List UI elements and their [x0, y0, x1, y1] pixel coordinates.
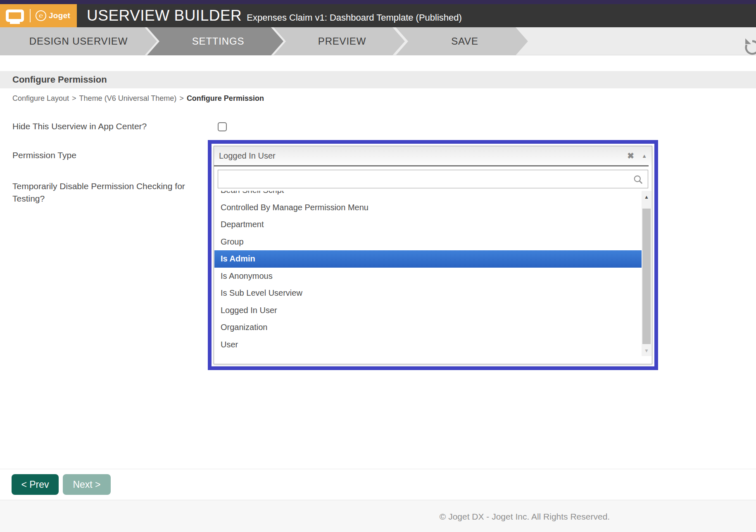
dropdown-option[interactable]: Organization [214, 319, 642, 336]
dropdown-option[interactable]: Is Anonymous [214, 268, 642, 285]
section-bar: Configure Permission [0, 71, 756, 88]
tab-strip: DESIGN USERVIEW SETTINGS PREVIEW SAVE [0, 27, 756, 55]
tab-preview[interactable]: PREVIEW [273, 27, 405, 55]
top-accent-strip [0, 0, 756, 4]
dropdown-selected-value: Logged In User [219, 151, 627, 161]
logo-block[interactable]: ℮ Joget [0, 4, 77, 27]
scrollbar-thumb[interactable] [642, 209, 651, 344]
joget-brand-text: Joget [49, 11, 70, 20]
logo-divider [30, 9, 31, 22]
dropdown-list: Bean Shell Script Controlled By Manage P… [214, 191, 651, 364]
builder-title: USERVIEW BUILDER [87, 7, 242, 24]
dropdown-scrollbar[interactable]: ▲ ▼ [642, 191, 651, 356]
dropdown-search-input[interactable] [218, 170, 648, 188]
dropdown-option[interactable]: Controlled By Manage Permission Menu [214, 199, 642, 216]
dropdown-option[interactable]: Is Sub Level Userview [214, 285, 642, 302]
monitor-icon [6, 10, 24, 22]
breadcrumb-configure-layout[interactable]: Configure Layout [12, 94, 69, 102]
tab-design-userview[interactable]: DESIGN USERVIEW [0, 27, 157, 55]
dropdown-options: Bean Shell Script Controlled By Manage P… [214, 191, 642, 353]
hide-userview-checkbox[interactable] [218, 122, 227, 131]
button-bar: < Prev Next > [0, 469, 756, 500]
dropdown-panel: Logged In User ✖ ▲ Bean Shell Script Con… [214, 146, 652, 364]
dropdown-search-area [214, 166, 652, 191]
permission-type-label: Permission Type [12, 150, 76, 160]
disable-permission-label: Temporarily Disable Permission Checking … [12, 180, 207, 205]
dropdown-option[interactable]: Group [214, 233, 642, 251]
undo-icon[interactable] [743, 36, 756, 57]
breadcrumb-theme[interactable]: Theme (V6 Universal Theme) [79, 94, 177, 102]
breadcrumb-current: Configure Permission [187, 94, 264, 102]
scrollbar-up-icon[interactable]: ▲ [642, 191, 651, 203]
breadcrumb-separator: > [179, 94, 184, 102]
builder-subtitle: Expenses Claim v1: Dashboard Template (P… [247, 12, 462, 23]
breadcrumb: Configure Layout>Theme (V6 Universal The… [12, 94, 264, 103]
dropdown-option[interactable]: User [214, 336, 642, 354]
dropdown-selected-header[interactable]: Logged In User ✖ ▲ [214, 146, 652, 165]
footer: © Joget DX - Joget Inc. All Rights Reser… [0, 500, 756, 532]
dropdown-option[interactable]: Department [214, 216, 642, 233]
scrollbar-down-icon[interactable]: ▼ [642, 345, 651, 356]
permission-type-dropdown: Logged In User ✖ ▲ Bean Shell Script Con… [208, 140, 658, 370]
dropdown-option[interactable]: Bean Shell Script [214, 191, 642, 199]
search-icon [633, 174, 644, 187]
title-area: USERVIEW BUILDER Expenses Claim v1: Dash… [77, 7, 462, 24]
dropdown-option-highlighted[interactable]: Is Admin [214, 250, 642, 268]
tab-save[interactable]: SAVE [396, 27, 528, 55]
chevron-up-icon[interactable]: ▲ [642, 153, 647, 159]
page-title: Configure Permission [0, 74, 107, 85]
dropdown-option[interactable]: Logged In User [214, 302, 642, 319]
next-button[interactable]: Next > [63, 474, 111, 495]
hide-userview-label: Hide This Userview in App Center? [12, 121, 147, 131]
copyright-text: © Joget DX - Joget Inc. All Rights Reser… [440, 512, 610, 522]
prev-button[interactable]: < Prev [12, 474, 59, 495]
close-icon[interactable]: ✖ [627, 152, 634, 160]
app-header: ℮ Joget USERVIEW BUILDER Expenses Claim … [0, 4, 756, 27]
joget-logo-icon: ℮ [36, 10, 46, 21]
tab-settings[interactable]: SETTINGS [147, 27, 283, 55]
breadcrumb-separator: > [72, 94, 76, 102]
